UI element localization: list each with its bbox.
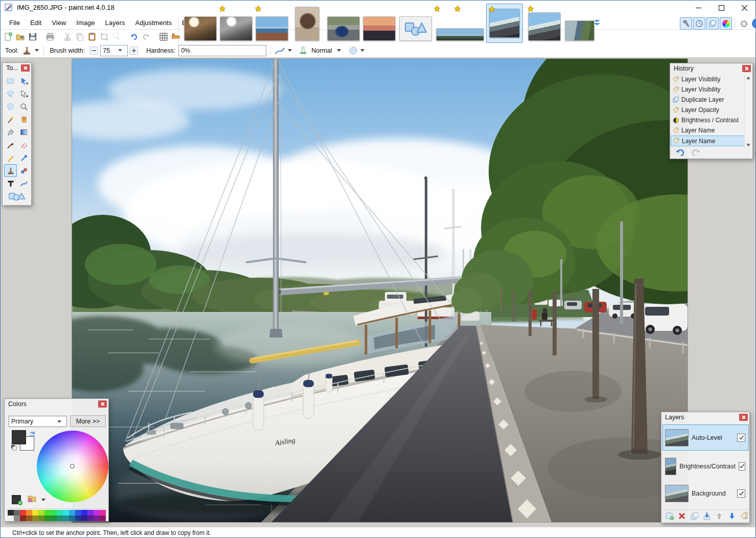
tool-eraser[interactable] <box>17 139 30 151</box>
tool-paintbrush[interactable] <box>4 139 17 151</box>
palette-swatch[interactable] <box>20 510 26 515</box>
palette-swatch[interactable] <box>63 510 69 515</box>
history-item-selected[interactable]: Layer Name <box>671 136 745 146</box>
thumbnail-cat[interactable] <box>295 7 319 41</box>
layer-row-auto-level[interactable]: Auto-Level <box>662 424 749 451</box>
palette-swatch[interactable] <box>87 515 94 521</box>
maximize-button[interactable] <box>710 0 733 15</box>
tool-zoom[interactable] <box>17 100 30 113</box>
scroll-down-icon[interactable] <box>746 144 750 147</box>
move-layer-up-button[interactable] <box>714 511 724 522</box>
photo-canvas[interactable]: Aisling <box>72 59 688 522</box>
tool-clone-stamp[interactable] <box>4 164 17 177</box>
selection-clipping-chevron[interactable] <box>360 49 364 52</box>
thumbnail-coastal-cliff[interactable] <box>565 20 594 41</box>
antialiasing-icon[interactable] <box>298 46 308 56</box>
history-panel-close-button[interactable] <box>742 65 751 72</box>
scroll-up-icon[interactable] <box>746 76 750 79</box>
thumbnail-blue-car[interactable] <box>327 16 360 41</box>
tool-pan[interactable] <box>17 113 30 126</box>
tool-magic-wand[interactable] <box>4 113 17 126</box>
thumbnail-interior-room[interactable] <box>184 16 217 41</box>
palette-swatch[interactable] <box>87 510 94 515</box>
pixel-grid-button[interactable] <box>158 31 169 42</box>
layers-panel-toggle[interactable] <box>706 17 719 30</box>
tools-panel-close-button[interactable] <box>21 64 30 72</box>
add-layer-button[interactable] <box>665 511 675 522</box>
history-item[interactable]: Brightness / Contrast <box>671 115 745 125</box>
layers-panel-close-button[interactable] <box>739 414 748 421</box>
clone-stamp-icon[interactable] <box>21 46 33 56</box>
palette-swatch[interactable] <box>20 515 26 521</box>
thumbnail-sailboat-quay-active[interactable] <box>486 4 523 43</box>
brush-width-decrease-button[interactable] <box>90 47 98 55</box>
tool-paint-bucket[interactable] <box>4 126 17 139</box>
brush-width-increase-button[interactable] <box>130 47 138 55</box>
tool-text[interactable] <box>4 177 17 190</box>
paste-button[interactable] <box>87 31 97 42</box>
thumbnail-seaside[interactable] <box>256 16 288 41</box>
colors-panel-close-button[interactable] <box>98 400 107 408</box>
hardness-input[interactable]: 0% <box>178 45 266 56</box>
layer-visibility-checkbox[interactable] <box>737 434 745 442</box>
palette-swatch[interactable] <box>32 510 38 515</box>
palette-swatch[interactable] <box>44 515 51 521</box>
palette-swatch[interactable] <box>38 510 44 515</box>
history-redo-button[interactable] <box>691 148 702 156</box>
blend-mode-chevron[interactable] <box>337 49 341 52</box>
rulers-button[interactable] <box>171 31 181 42</box>
menu-layers[interactable]: Layers <box>100 16 130 29</box>
color-wheel-cursor[interactable] <box>70 464 75 468</box>
layer-properties-button[interactable] <box>739 511 749 522</box>
history-item[interactable]: Layer Opacity <box>671 105 745 115</box>
colors-panel-toggle[interactable] <box>720 17 732 30</box>
copy-button[interactable] <box>75 31 85 42</box>
palette-swatch[interactable] <box>69 510 75 515</box>
swap-colors-icon[interactable] <box>29 431 36 438</box>
open-file-button[interactable] <box>15 31 26 42</box>
merge-layer-down-button[interactable] <box>702 511 712 522</box>
brush-width-combobox[interactable]: 75 <box>100 45 128 56</box>
palette-menu-chevron[interactable] <box>41 499 45 501</box>
history-item[interactable]: Layer Visibility <box>671 84 745 95</box>
tool-recolor[interactable] <box>17 164 30 177</box>
palette-swatch[interactable] <box>81 515 87 521</box>
palette-swatch[interactable] <box>94 515 100 521</box>
menu-view[interactable]: View <box>47 16 71 29</box>
new-file-button[interactable] <box>3 31 13 42</box>
settings-button[interactable] <box>738 17 750 30</box>
palette-swatch[interactable] <box>75 515 81 521</box>
help-button[interactable]: ? <box>751 17 756 30</box>
duplicate-layer-button[interactable] <box>690 511 700 522</box>
layer-row-brightness-contrast[interactable]: Brightness/Contrast <box>662 453 749 479</box>
tool-dropdown-chevron[interactable] <box>35 49 39 52</box>
minimize-button[interactable] <box>687 0 710 15</box>
color-mode-dropdown[interactable]: Primary <box>9 416 67 427</box>
history-item[interactable]: Duplicate Layer <box>671 95 745 105</box>
tool-shapes[interactable] <box>4 190 30 203</box>
palette-swatch[interactable] <box>63 515 69 521</box>
tool-ellipse-select[interactable] <box>4 100 17 113</box>
thumbnail-city-dusk[interactable] <box>363 16 396 41</box>
palette-swatch[interactable] <box>94 510 100 515</box>
menu-file[interactable]: File <box>4 16 25 29</box>
tools-panel-toggle[interactable] <box>680 17 692 30</box>
image-list-chevron-icon[interactable] <box>593 18 601 27</box>
palette-menu-icon[interactable] <box>27 494 37 503</box>
thumbnail-interior-room-grayscale[interactable] <box>220 16 253 41</box>
redo-button[interactable] <box>141 31 151 42</box>
tool-move-selected-pixels[interactable] <box>17 75 30 87</box>
palette-swatch[interactable] <box>81 510 87 515</box>
palette-swatch[interactable] <box>32 515 38 521</box>
menu-edit[interactable]: Edit <box>25 16 47 29</box>
menu-adjustments[interactable]: Adjustments <box>130 16 177 29</box>
delete-layer-button[interactable] <box>677 511 687 522</box>
history-item[interactable]: Layer Visibility <box>671 74 745 84</box>
palette-swatch[interactable] <box>100 515 106 521</box>
more-colors-button[interactable]: More >> <box>70 415 106 427</box>
tool-line-curve[interactable] <box>17 177 30 190</box>
palette-swatch[interactable] <box>44 510 51 515</box>
palette-swatch[interactable] <box>26 515 32 521</box>
tool-color-picker[interactable] <box>17 151 30 164</box>
history-item[interactable]: Layer Name <box>671 125 745 136</box>
